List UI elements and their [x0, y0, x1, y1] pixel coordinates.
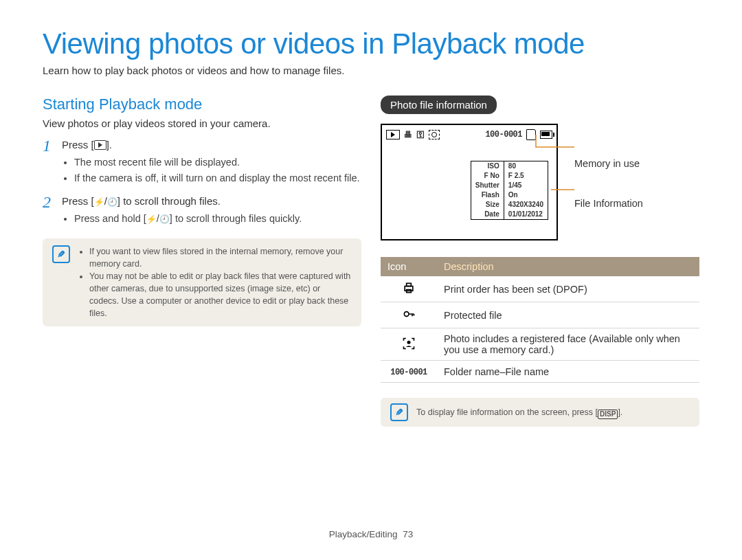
right-column: Photo file information 100-0001 [381, 96, 699, 427]
file-info-panel: ISO80 F NoF 2.5 Shutter1/45 FlashOn Size… [471, 161, 548, 220]
memory-card-icon [526, 129, 536, 140]
step1-text-pre: Press [ [62, 139, 94, 150]
section-title: Starting Playback mode [43, 96, 361, 113]
callout-file-information: File Information [574, 198, 643, 209]
row-desc: Folder name–File name [437, 361, 699, 383]
step2-text-pre: Press [ [62, 195, 94, 207]
icon-description-table: Icon Description Print order has been se… [381, 257, 699, 383]
th-description: Description [437, 257, 699, 276]
disp-button-icon: DISP [598, 410, 618, 419]
th-icon: Icon [381, 257, 437, 276]
battery-icon [540, 131, 552, 139]
printer-icon [381, 276, 437, 302]
step-2: 2 Press [/] to scroll through files. Pre… [43, 194, 361, 227]
face-detect-icon [381, 328, 437, 361]
svg-rect-1 [407, 283, 412, 286]
table-row: Protected file [381, 302, 699, 328]
step-number: 1 [43, 137, 55, 187]
note-icon [52, 245, 70, 263]
step2-text-post: ] to scroll through files. [117, 195, 221, 207]
folder-file-counter: 100-0001 [381, 361, 437, 383]
page-subtitle: Learn how to play back photos or videos … [43, 65, 699, 76]
table-row: 100-0001 Folder name–File name [381, 361, 699, 383]
timer-right-icon [159, 213, 170, 224]
step1-bullet-1: The most recent file will be displayed. [74, 155, 360, 170]
note-item-1: If you want to view files stored in the … [89, 245, 352, 270]
photo-file-info-heading: Photo file information [381, 96, 497, 114]
note-item-2: You may not be able to edit or play back… [89, 270, 352, 320]
playback-mode-icon [386, 130, 400, 139]
note-box: If you want to view files stored in the … [43, 238, 361, 327]
page-footer: Playback/Editing 73 [0, 529, 742, 539]
callout-memory-in-use: Memory in use [574, 158, 643, 169]
table-row: Photo includes a registered face (Availa… [381, 328, 699, 361]
face-icon [429, 130, 440, 139]
camera-screen: 100-0001 ISO80 F NoF 2.5 Shutter1/45 Fla… [381, 124, 558, 240]
page-title: Viewing photos or videos in Playback mod… [43, 27, 699, 60]
timer-right-icon [107, 195, 117, 207]
flash-left-icon [94, 195, 104, 207]
folder-file-counter: 100-0001 [485, 130, 522, 139]
section-subtitle: View photos or play videos stored in you… [43, 117, 361, 129]
key-icon [416, 130, 425, 139]
step1-text-post: ]. [106, 139, 112, 150]
left-column: Starting Playback mode View photos or pl… [43, 96, 361, 427]
screen-illustration: 100-0001 ISO80 F NoF 2.5 Shutter1/45 Fla… [381, 124, 699, 240]
bottom-note: To display file information on the scree… [381, 398, 699, 427]
svg-point-3 [404, 312, 409, 317]
step1-bullet-2: If the camera is off, it will turn on an… [74, 171, 360, 186]
row-desc: Photo includes a registered face (Availa… [437, 328, 699, 361]
note-icon [390, 403, 408, 421]
step-number: 2 [43, 194, 55, 227]
row-desc: Protected file [437, 302, 699, 328]
flash-left-icon [146, 213, 157, 224]
svg-point-4 [407, 340, 411, 344]
printer-icon [404, 130, 412, 139]
step2-bullet: Press and hold [/] to scroll through fil… [74, 212, 302, 226]
row-desc: Print order has been set (DPOF) [437, 276, 699, 302]
playback-button-icon [94, 140, 106, 150]
screen-topbar: 100-0001 [386, 129, 552, 140]
table-row: Print order has been set (DPOF) [381, 276, 699, 302]
step-1: 1 Press []. The most recent file will be… [43, 137, 361, 187]
key-icon [381, 302, 437, 328]
